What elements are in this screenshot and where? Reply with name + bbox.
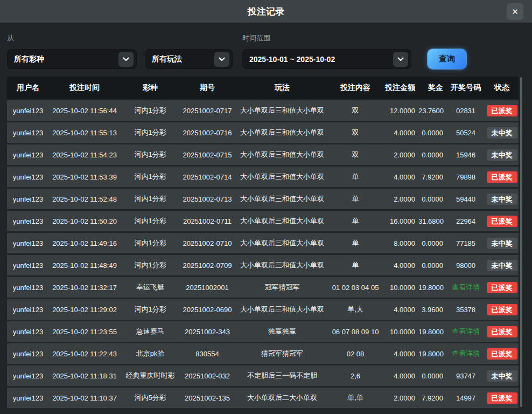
cell-bet-time: 2025-10-02 11:55:13 <box>49 129 120 137</box>
cell-status: 未中奖 <box>485 260 519 271</box>
cell-draw-number: 93747 <box>446 372 485 380</box>
cell-bet-time: 2025-10-02 11:56:44 <box>49 107 120 115</box>
cell-play-type: 大小单双后三和值大小单双 <box>234 238 330 248</box>
table-body: yunfei1232025-10-02 11:56:44河内1分彩2025100… <box>7 100 519 408</box>
cell-issue-number: 20251002-0713 <box>180 195 234 203</box>
filter-group-lottery: 从 所有彩种 <box>7 33 137 69</box>
cell-bet-time: 2025-10-02 11:29:02 <box>49 306 120 314</box>
bet-table: 用户名投注时间彩种期号玩法投注内容投注金额奖金开奖号码状态 yunfei1232… <box>7 77 519 408</box>
cell-bet-content: 单 <box>330 216 381 226</box>
status-badge: 已派奖 <box>487 304 517 315</box>
scrollbar[interactable] <box>520 77 522 407</box>
cell-draw-number: 查看详情 <box>446 327 485 336</box>
column-header: 用户名 <box>7 83 49 93</box>
cell-issue-number: 20251002001 <box>180 284 234 292</box>
bet-records-modal: 投注记录 ✕ 从 所有彩种 所有玩法 时间范围 <box>0 0 532 408</box>
cell-bet-amount: 10.0000 <box>381 284 418 292</box>
table-row: yunfei1232025-10-02 11:50:20河内1分彩2025100… <box>7 211 519 231</box>
cell-username: yunfei123 <box>7 217 49 225</box>
column-header: 彩种 <box>120 83 180 93</box>
cell-play-type: 大小单双后三和值大小单双 <box>234 150 330 160</box>
play-type-value: 所有玩法 <box>152 54 214 64</box>
cell-prize: 23.7600 <box>418 107 446 115</box>
cell-play-type: 独赢独赢 <box>234 327 330 336</box>
cell-issue-number: 20251002-135 <box>180 394 234 402</box>
status-badge: 未中奖 <box>487 127 517 139</box>
status-badge: 已派奖 <box>487 282 517 293</box>
cell-prize: 0.0000 <box>418 372 446 380</box>
cell-prize: 7.9200 <box>418 173 446 181</box>
cell-issue-number: 20251002-032 <box>180 372 234 380</box>
cell-username: yunfei123 <box>7 173 49 181</box>
cell-username: yunfei123 <box>7 372 49 380</box>
cell-status: 未中奖 <box>485 149 519 161</box>
cell-prize: 0.0000 <box>418 261 446 270</box>
cell-bet-time: 2025-10-02 11:10:37 <box>49 394 120 402</box>
cell-username: yunfei123 <box>7 151 49 159</box>
play-type-select[interactable]: 所有玩法 <box>145 49 233 69</box>
cell-draw-number: 14997 <box>446 394 485 402</box>
cell-prize: 31.6800 <box>418 217 446 225</box>
cell-status: 已派奖 <box>485 392 519 404</box>
table-row: yunfei1232025-10-02 11:55:13河内1分彩2025100… <box>7 122 519 143</box>
cell-bet-content: 单 <box>330 238 381 248</box>
cell-play-type: 大小单双后三和值大小单双 <box>234 194 330 204</box>
cell-play-type: 大小单双后三和值大小单双 <box>234 128 330 137</box>
status-badge: 已派奖 <box>487 216 517 227</box>
cell-play-type: 大小单双后三和值大小单双 <box>234 305 330 314</box>
cell-status: 未中奖 <box>485 194 519 205</box>
cell-prize: 19.8000 <box>418 284 446 292</box>
cell-prize: 0.0000 <box>418 151 446 159</box>
cell-status: 已派奖 <box>485 282 519 293</box>
column-header: 玩法 <box>234 83 330 93</box>
cell-prize: 19.8000 <box>418 350 446 358</box>
cell-bet-content: 双 <box>330 150 381 160</box>
cell-lottery-type: 河内1分彩 <box>120 238 180 248</box>
cell-bet-time: 2025-10-02 11:49:16 <box>49 239 120 247</box>
cell-draw-number: 59440 <box>446 195 485 203</box>
cell-issue-number: 20251002-0715 <box>180 151 234 159</box>
lottery-type-select[interactable]: 所有彩种 <box>7 49 137 69</box>
cell-prize: 0.0000 <box>418 239 446 247</box>
cell-status: 已派奖 <box>485 171 519 183</box>
query-button[interactable]: 查询 <box>428 49 466 69</box>
cell-play-type: 猜冠军猜冠军 <box>234 349 330 358</box>
cell-bet-time: 2025-10-02 11:53:39 <box>49 173 120 181</box>
cell-draw-number: 77185 <box>446 239 485 247</box>
table-row: yunfei1232025-10-02 11:52:48河内1分彩2025100… <box>7 189 519 209</box>
cell-prize: 19.8000 <box>418 328 446 336</box>
cell-lottery-type: 北京pk拾 <box>120 349 180 358</box>
cell-draw-number: 35378 <box>446 306 485 314</box>
view-details-link[interactable]: 查看详情 <box>452 327 480 335</box>
cell-status: 未中奖 <box>485 370 519 382</box>
cell-bet-time: 2025-10-02 11:52:48 <box>49 195 120 203</box>
cell-bet-amount: 4.0000 <box>381 372 418 380</box>
cell-bet-amount: 4.0000 <box>381 350 418 358</box>
cell-bet-content: 单,大 <box>330 305 381 314</box>
cell-draw-number: 50524 <box>446 129 485 137</box>
date-range-select[interactable]: 2025-10-01 ~ 2025-10-02 <box>242 49 411 69</box>
cell-username: yunfei123 <box>7 328 49 336</box>
cell-lottery-type: 河内5分彩 <box>120 393 180 403</box>
lottery-type-value: 所有彩种 <box>14 54 118 64</box>
cell-bet-amount: 2.0000 <box>381 151 418 159</box>
cell-lottery-type: 幸运飞艇 <box>120 282 180 292</box>
view-details-link[interactable]: 查看详情 <box>452 349 480 357</box>
table-row: yunfei1232025-10-02 11:32:17幸运飞艇20251002… <box>7 277 519 298</box>
status-badge: 未中奖 <box>487 370 517 382</box>
close-icon: ✕ <box>512 7 519 17</box>
table-row: yunfei1232025-10-02 11:56:44河内1分彩2025100… <box>7 100 519 121</box>
time-range-label: 时间范围 <box>242 33 411 43</box>
modal-header: 投注记录 ✕ <box>0 0 532 23</box>
date-range-value: 2025-10-01 ~ 2025-10-02 <box>249 55 393 64</box>
cell-lottery-type: 河内1分彩 <box>120 305 180 314</box>
cell-bet-amount: 4.0000 <box>381 173 418 181</box>
cell-status: 已派奖 <box>485 304 519 315</box>
cell-play-type: 大小单双后三和值大小单双 <box>234 216 330 226</box>
cell-issue-number: 20251002-0711 <box>180 217 234 225</box>
cell-bet-time: 2025-10-02 11:32:17 <box>49 284 120 292</box>
cell-issue-number: 20251002-0709 <box>180 261 234 270</box>
close-button[interactable]: ✕ <box>507 3 523 20</box>
view-details-link[interactable]: 查看详情 <box>452 283 480 291</box>
table-row: yunfei1232025-10-02 11:22:43北京pk拾830554猜… <box>7 343 519 364</box>
